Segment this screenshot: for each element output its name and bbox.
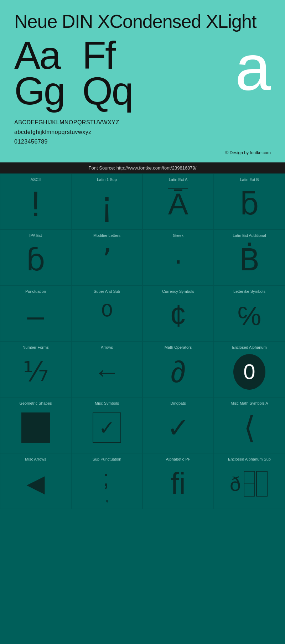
svg-rect-3 (244, 471, 255, 484)
glyph-a-white: a (235, 32, 271, 103)
cell-suppunct: Sup Punctuation ; ͺ (71, 453, 142, 509)
source-text: Font Source: http://www.fontke.com/font/… (89, 165, 197, 171)
label-currency: Currency Symbols (162, 289, 194, 294)
glyph-alphabeticpf: ﬁ (145, 464, 212, 503)
source-banner: Font Source: http://www.fontke.com/font/… (0, 162, 285, 173)
cell-currency: Currency Symbols ¢ (142, 285, 214, 341)
glyph-letterlike: ℅ (216, 296, 283, 336)
label-miscmatha: Misc Math Symbols A (230, 401, 268, 405)
glyph-numberforms: ⅐ (2, 352, 69, 391)
svg-rect-2 (256, 471, 267, 496)
glyph-mathops: ∂ (145, 352, 212, 391)
label-suppunct: Sup Punctuation (93, 457, 121, 461)
black-square-shape (21, 412, 50, 443)
uppercase-row: ABCDEFGHIJKLMNOPQRSTUVWXYZ (14, 118, 271, 127)
glyph-latinexta: Ā (145, 185, 212, 224)
glyph-miscsymbols: ✓ (73, 408, 140, 447)
label-punctuation: Punctuation (25, 289, 46, 294)
cell-latinextadd: Latin Ext Additional Ḃ (214, 229, 285, 285)
label-ascii: ASCII (31, 177, 41, 182)
label-miscsymbols: Misc Symbols (95, 401, 119, 405)
checkbox-shape: ✓ (93, 412, 121, 443)
glyph-arrows: ← (73, 352, 140, 391)
cell-latinexta: Latin Ext A Ā (142, 173, 214, 229)
cell-superandsub: Super And Sub ⁰ (71, 285, 142, 341)
digits-row: 0123456789 (14, 137, 271, 146)
enclosed-boxes-svg: ð (228, 468, 271, 500)
glyph-showcase: Aa Gg Ff Qq a (14, 36, 271, 110)
label-mathops: Math Operators (165, 345, 192, 349)
glyph-enclosedalsup: ð (216, 464, 283, 503)
label-latinextadd: Latin Ext Additional (233, 233, 266, 238)
label-dingbats: Dingbats (170, 401, 186, 405)
cell-ipaext: IPA Ext ɓ (0, 229, 71, 285)
glyph-greek: · (145, 240, 212, 280)
label-superandsub: Super And Sub (94, 289, 120, 294)
glyph-latin1sup: ¡ (73, 185, 140, 224)
glyph-miscmatha: ⟨ (216, 408, 283, 447)
svg-text:ð: ð (230, 473, 241, 495)
glyph-Qq: Qq (82, 69, 133, 113)
glyph-enclosedal: 0 (216, 352, 283, 391)
label-geoshapes: Geometric Shapes (19, 401, 52, 405)
label-enclosedal: Enclosed Alphanum (232, 345, 266, 349)
label-miscarrows: Misc Arrows (25, 457, 46, 461)
glyph-latinextadd: Ḃ (216, 240, 283, 280)
glyph-modletters: ʼ (73, 240, 140, 280)
glyph-suppunct: ; ͺ (73, 464, 140, 503)
label-numberforms: Number Forms (22, 345, 48, 349)
label-alphabeticpf: Alphabetic PF (166, 457, 190, 461)
cell-miscsymbols: Misc Symbols ✓ (71, 397, 142, 453)
cell-latin1sup: Latin 1 Sup ¡ (71, 173, 142, 229)
glyph-latinextb: ƃ (216, 185, 283, 224)
label-latinextb: Latin Ext B (240, 177, 259, 182)
glyph-miscarrows: ◄ (2, 464, 69, 503)
glyph-geoshapes (2, 408, 69, 447)
glyph-grid: ASCII ! Latin 1 Sup ¡ Latin Ext A Ā Lati… (0, 173, 285, 509)
cell-modletters: Modifier Letters ʼ (71, 229, 142, 285)
cell-mathops: Math Operators ∂ (142, 341, 214, 397)
label-arrows: Arrows (101, 345, 113, 349)
font-title: Neue DIN XCondensed XLight (14, 11, 271, 32)
cell-miscmatha: Misc Math Symbols A ⟨ (214, 397, 285, 453)
label-enclosedalsup: Enclosed Alphanum Sup (228, 457, 271, 461)
lowercase-row: abcdefghijklmnopqrstuvwxyz (14, 127, 271, 137)
alphabet-display: ABCDEFGHIJKLMNOPQRSTUVWXYZ abcdefghijklm… (14, 118, 271, 147)
cell-numberforms: Number Forms ⅐ (0, 341, 71, 397)
cell-punctuation: Punctuation – (0, 285, 71, 341)
label-letterlike: Letterlike Symbols (233, 289, 265, 294)
cell-latinextb: Latin Ext B ƃ (214, 173, 285, 229)
glyph-punctuation: – (2, 296, 69, 336)
label-latin1sup: Latin 1 Sup (97, 177, 117, 182)
glyph-ascii: ! (2, 185, 69, 224)
label-ipaext: IPA Ext (29, 233, 42, 238)
cell-arrows: Arrows ← (71, 341, 142, 397)
label-modletters: Modifier Letters (93, 233, 120, 238)
cell-geoshapes: Geometric Shapes (0, 397, 71, 453)
cell-greek: Greek · (142, 229, 214, 285)
glyph-currency: ¢ (145, 296, 212, 336)
enclosed-zero-shape: 0 (233, 354, 265, 390)
cell-miscarrows: Misc Arrows ◄ (0, 453, 71, 509)
cell-alphabeticpf: Alphabetic PF ﬁ (142, 453, 214, 509)
glyph-dingbats: ✓ (145, 408, 212, 447)
cell-dingbats: Dingbats ✓ (142, 397, 214, 453)
label-latinexta: Latin Ext A (169, 177, 188, 182)
cell-ascii: ASCII ! (0, 173, 71, 229)
glyph-superandsub: ⁰ (73, 296, 140, 336)
header-area: Neue DIN XCondensed XLight Aa Gg Ff Qq a… (0, 0, 285, 162)
credit-line: © Design by fontke.com (14, 150, 271, 155)
cell-enclosedalsup: Enclosed Alphanum Sup ð (214, 453, 285, 509)
glyph-Gg: Gg (14, 71, 64, 110)
label-greek: Greek (173, 233, 183, 238)
cell-letterlike: Letterlike Symbols ℅ (214, 285, 285, 341)
glyph-ipaext: ɓ (2, 240, 69, 280)
cell-enclosedal: Enclosed Alphanum 0 (214, 341, 285, 397)
